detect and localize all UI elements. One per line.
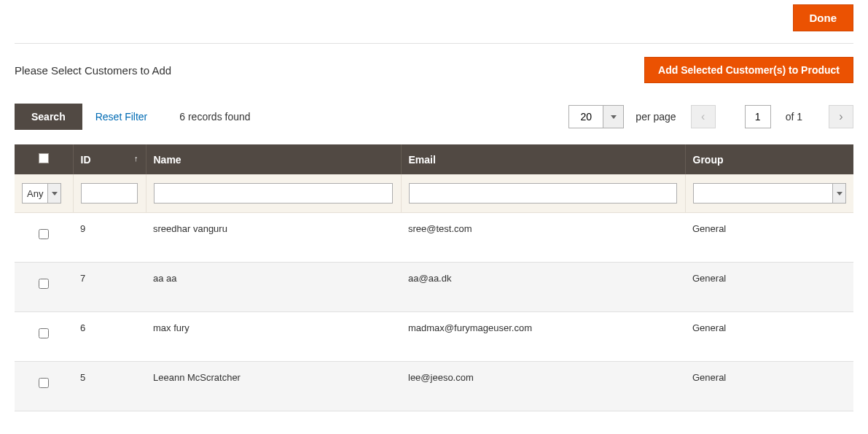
filter-name-input[interactable] [154, 183, 393, 204]
row-checkbox[interactable] [39, 279, 49, 289]
cell-group: General [685, 263, 853, 312]
filter-any-select[interactable]: Any [22, 183, 61, 204]
chevron-down-icon [52, 192, 58, 195]
col-header-id[interactable]: ID↑ [73, 144, 146, 174]
cell-email: madmax@furymageuser.com [401, 312, 685, 362]
chevron-down-icon [611, 115, 617, 119]
grid-scroll-area[interactable]: ID↑ Name Email Group Any [15, 144, 853, 422]
header-checkbox-icon[interactable] [39, 153, 49, 163]
records-found-text: 6 records found [179, 111, 250, 123]
sort-asc-icon: ↑ [134, 154, 138, 163]
col-header-name[interactable]: Name [146, 144, 401, 174]
filter-any-label: Any [23, 188, 47, 199]
row-checkbox[interactable] [39, 229, 49, 239]
cell-email: jack@example.com [401, 411, 685, 422]
cell-id: 5 [73, 362, 146, 411]
cell-id: 7 [73, 263, 146, 312]
filter-id-input[interactable] [81, 183, 138, 204]
cell-group: General [685, 411, 853, 422]
col-header-checkbox[interactable] [15, 144, 73, 174]
search-button[interactable]: Search [15, 104, 82, 130]
cell-name: max fury [146, 312, 401, 362]
page-size-select[interactable] [568, 105, 624, 128]
cell-email: sree@test.com [401, 213, 685, 263]
page-number-input[interactable] [745, 105, 771, 128]
total-pages-label: of 1 [786, 111, 802, 123]
cell-id: 9 [73, 213, 146, 263]
cell-name: aa aa [146, 263, 401, 312]
col-header-email[interactable]: Email [401, 144, 685, 174]
add-selected-button[interactable]: Add Selected Customer(s) to Product [644, 57, 853, 83]
cell-group: General [685, 213, 853, 263]
divider [15, 43, 853, 44]
filter-group-dropdown-icon[interactable] [832, 184, 845, 203]
chevron-left-icon: ‹ [701, 110, 705, 123]
cell-id: 6 [73, 312, 146, 362]
done-button[interactable]: Done [793, 4, 854, 31]
cell-group: General [685, 312, 853, 362]
customers-table: ID↑ Name Email Group Any [15, 144, 853, 422]
filter-email-input[interactable] [409, 183, 677, 204]
cell-name: sreedhar vanguru [146, 213, 401, 263]
cell-name: Jack Fitz [146, 411, 401, 422]
filter-group-select[interactable] [693, 183, 847, 204]
cell-email: lee@jeeso.com [401, 362, 685, 411]
col-header-group[interactable]: Group [685, 144, 853, 174]
cell-name: Leeann McScratcher [146, 362, 401, 411]
cell-group: General [685, 362, 853, 411]
row-checkbox[interactable] [39, 378, 49, 388]
row-checkbox[interactable] [39, 328, 49, 338]
instruction-text: Please Select Customers to Add [15, 64, 171, 77]
prev-page-button[interactable]: ‹ [691, 105, 716, 128]
page-size-dropdown-icon[interactable] [603, 106, 623, 128]
cell-id: 4 [73, 411, 146, 422]
filter-any-dropdown-icon[interactable] [47, 184, 60, 203]
next-page-button[interactable]: › [829, 105, 853, 128]
chevron-down-icon [837, 192, 842, 195]
per-page-label: per page [636, 111, 676, 123]
reset-filter-link[interactable]: Reset Filter [95, 111, 148, 123]
chevron-right-icon: › [839, 110, 842, 123]
page-size-input[interactable] [569, 106, 603, 128]
cell-email: aa@aa.dk [401, 263, 685, 312]
